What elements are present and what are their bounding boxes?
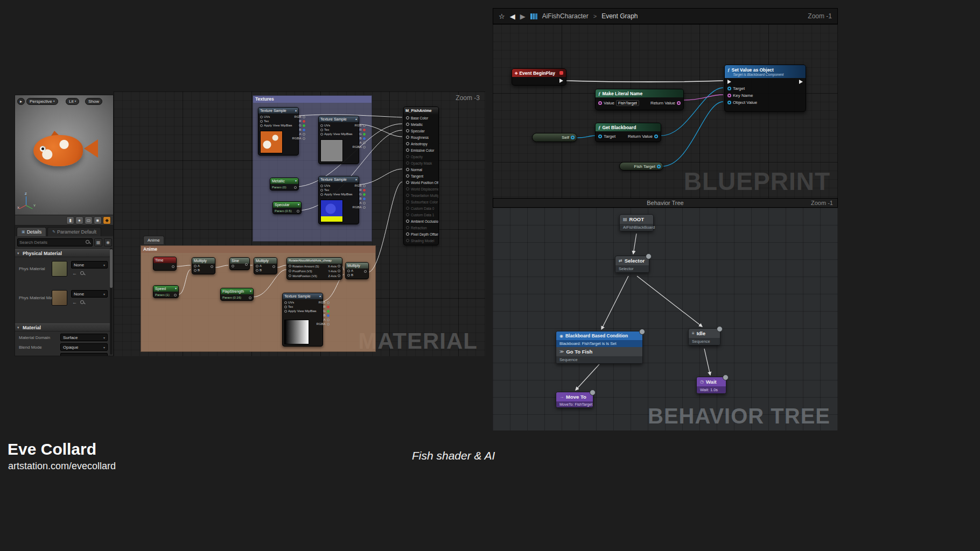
section-material[interactable]: ▾Material [15, 323, 111, 331]
texture-sample-node[interactable]: Texture Sample▴ UVs Tex Apply View MipBi… [318, 176, 359, 224]
pin[interactable] [406, 161, 409, 165]
pin[interactable] [406, 220, 409, 223]
blend-mode-select[interactable]: Opaque▾ [60, 343, 108, 351]
details-scrollbar[interactable] [110, 248, 113, 355]
pin[interactable] [256, 269, 258, 272]
pin[interactable] [320, 189, 323, 192]
pin[interactable] [363, 185, 366, 187]
pin[interactable] [327, 306, 330, 308]
section-physical-material[interactable]: ▾Physical Material [15, 249, 111, 257]
preview-shape-cylinder-button[interactable]: ▮ [66, 216, 74, 224]
material-domain-select[interactable]: Surface▾ [60, 334, 108, 341]
pin[interactable] [289, 274, 291, 277]
self-variable-node[interactable]: Self [532, 133, 577, 142]
grid-view-button[interactable]: ▦ [94, 238, 102, 246]
pin[interactable] [303, 124, 305, 127]
use-selected-icon[interactable]: ← [72, 300, 77, 305]
breadcrumb-parent[interactable]: AiFishCharacter [542, 12, 589, 20]
pin[interactable] [363, 137, 366, 140]
pin[interactable] [406, 194, 409, 197]
pin[interactable] [363, 146, 366, 149]
pin[interactable] [320, 124, 323, 127]
pin[interactable] [406, 187, 409, 190]
texture-sample-node[interactable]: Texture Sample▴ UVs Tex Apply View MipBi… [318, 116, 359, 164]
pin[interactable] [297, 210, 299, 213]
texture-sample-node[interactable]: Texture Sample▴ UVs Tex Apply View MipBi… [258, 107, 299, 156]
caret-down-icon[interactable]: ▾ [295, 178, 297, 184]
time-node[interactable]: Time [153, 257, 177, 271]
pin[interactable] [347, 270, 350, 272]
pin[interactable] [320, 129, 323, 131]
preview-shape-cube-button[interactable]: ■ [94, 216, 102, 224]
pin[interactable] [406, 149, 409, 152]
material-graph-canvas[interactable]: Zoom -3 MATERIAL Textures Anime Anime Te… [114, 91, 485, 356]
search-box[interactable] [17, 238, 93, 246]
phys-material-mask-select[interactable]: None▾ [71, 290, 108, 298]
pin[interactable] [363, 133, 366, 136]
preview-custom-mesh-button[interactable]: ◆ [103, 216, 111, 224]
pin[interactable] [303, 133, 305, 136]
flap-strength-parameter-node[interactable]: FlapStrength▾ Param (0.16) [220, 288, 254, 301]
pin[interactable] [363, 202, 366, 204]
pin[interactable] [406, 116, 409, 119]
bt-move-to-node[interactable]: →Move To MoveTo: FishTarget [556, 392, 593, 408]
back-icon[interactable]: ◀ [510, 12, 515, 20]
exec-in-pin[interactable] [727, 80, 731, 84]
pin[interactable] [320, 133, 323, 136]
anime-tab[interactable]: Anime [143, 236, 164, 244]
pin[interactable] [363, 142, 366, 144]
phys-material-select[interactable]: None▾ [71, 261, 108, 269]
object-value-pin[interactable] [727, 101, 731, 104]
collapse-icon[interactable]: ▴ [355, 116, 357, 122]
pin[interactable] [338, 270, 340, 272]
self-output-pin[interactable] [571, 136, 575, 139]
phys-material-mask-thumbnail[interactable] [52, 290, 67, 306]
pin[interactable] [363, 206, 366, 209]
tab-details[interactable]: ▣Details [17, 227, 46, 236]
pin[interactable] [338, 274, 340, 277]
comment-title[interactable]: Anime [141, 246, 375, 253]
pin[interactable] [363, 124, 366, 127]
get-blackboard-node[interactable]: ƒGet Blackboard Target Return Value [595, 123, 661, 142]
pin[interactable] [406, 181, 409, 184]
pin[interactable] [363, 189, 366, 192]
pin[interactable] [364, 270, 367, 273]
event-beginplay-node[interactable]: ◆Event BeginPlay [512, 68, 566, 86]
pin[interactable] [406, 129, 409, 132]
pin[interactable] [272, 265, 275, 268]
pin[interactable] [363, 193, 366, 196]
speed-parameter-node[interactable]: Speed▾ Param (1) [153, 285, 179, 298]
use-selected-icon[interactable]: ← [72, 271, 77, 276]
pin[interactable] [406, 200, 409, 203]
collapse-icon[interactable]: ▴ [319, 293, 321, 299]
pin[interactable] [303, 129, 305, 131]
caret-down-icon[interactable]: ▾ [175, 286, 177, 292]
pin[interactable] [232, 265, 234, 267]
pin[interactable] [256, 265, 258, 267]
value-pin[interactable] [598, 101, 602, 105]
pin[interactable] [294, 186, 297, 189]
bt-wait-node[interactable]: ◷Wait Wait: 1.0s [696, 377, 726, 394]
pin[interactable] [363, 129, 366, 131]
pin[interactable] [303, 116, 305, 118]
behavior-tree-canvas[interactable]: BEHAVIOR TREE ▤ROOT AiFishBlackBoard ⇄Se… [493, 208, 838, 430]
multiply-node[interactable]: Multiply A B [254, 257, 277, 274]
perspective-button[interactable]: Perspective▾ [26, 98, 58, 105]
fish-target-output-pin[interactable] [657, 165, 661, 168]
pin[interactable] [406, 168, 409, 171]
pin[interactable] [194, 265, 197, 267]
pin[interactable] [194, 269, 197, 272]
multiply-node[interactable]: Multiply A B [192, 257, 215, 274]
lit-button[interactable]: Lit▾ [66, 98, 79, 105]
material-preview-viewport[interactable]: ▸ Perspective▾ Lit▾ Show Z Y X [15, 95, 113, 215]
rotate-about-world-axis-node[interactable]: RotateAboutWorldAxis_cheap Rotation Amou… [286, 257, 342, 280]
pin[interactable] [327, 310, 330, 313]
forward-icon[interactable]: ▶ [520, 12, 526, 20]
pin[interactable] [406, 123, 409, 126]
pin[interactable] [406, 142, 409, 145]
show-button[interactable]: Show [85, 98, 102, 105]
specular-parameter-node[interactable]: Specular▾ Param (0.5) [272, 201, 302, 214]
bt-selector-node[interactable]: ⇄Selector Selector [615, 256, 649, 273]
sine-node[interactable]: Sine [229, 257, 250, 270]
pin[interactable] [347, 274, 350, 277]
